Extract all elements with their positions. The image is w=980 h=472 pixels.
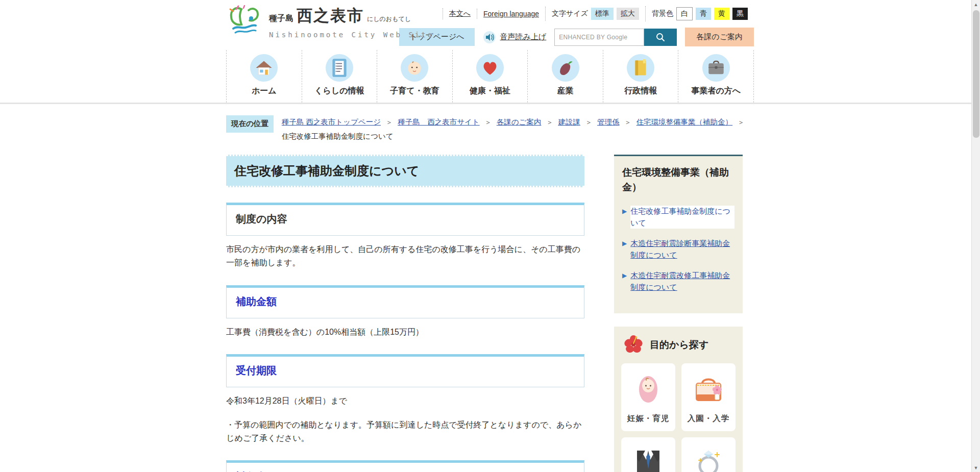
pregnancy-baby-icon (637, 375, 659, 404)
section-overview-paragraph: 市民の方が市内の業者を利用して、自己の所有する住宅の改修工事を行う場合に、その工… (226, 243, 584, 270)
breadcrumb-label: 現在の位置 (226, 115, 274, 133)
breadcrumb-link-departments[interactable]: 各課のご案内 (497, 118, 542, 126)
speaker-icon (483, 31, 496, 44)
nav-item-industry[interactable]: 産業 (527, 50, 603, 103)
site-search (554, 29, 677, 46)
foreign-language-link[interactable]: Foreign language (483, 10, 539, 18)
skip-to-content-link[interactable]: 本文へ (449, 9, 471, 18)
bg-blue-button[interactable]: 青 (696, 8, 711, 20)
breadcrumb-separator: ＞ (585, 118, 592, 126)
background-color-label: 背景色 (652, 9, 673, 18)
breadcrumb-separator: ＞ (625, 118, 631, 126)
section-heading-deadline: 受付期限 (236, 364, 575, 378)
ring-icon (694, 449, 723, 472)
baby-icon (406, 59, 423, 77)
global-nav: ホーム くらしの情報 子育て・教育 健康 (0, 50, 980, 104)
site-logo-mark-icon (226, 5, 264, 38)
search-by-purpose-title: 目的から探す (650, 338, 708, 352)
section-overview: 制度の内容 (226, 203, 584, 236)
search-button[interactable] (644, 29, 677, 46)
search-icon (656, 33, 665, 42)
purpose-card-employment[interactable]: 就職・退職 (621, 437, 675, 472)
arrow-right-icon: ▶ (622, 206, 627, 229)
nav-item-government-info[interactable]: 行政情報 (603, 50, 678, 103)
text-to-speech-link[interactable]: 音声読み上げ (483, 31, 547, 44)
breadcrumb-link-housing-program[interactable]: 住宅環境整備事業（補助金） (636, 118, 733, 126)
section-heading-overview: 制度の内容 (236, 212, 575, 226)
breadcrumb-separator: ＞ (386, 118, 393, 126)
purpose-card-school[interactable]: 入園・入学 (681, 363, 736, 431)
document-icon (331, 58, 348, 78)
breadcrumb-separator: ＞ (546, 118, 553, 126)
font-size-large-button[interactable]: 拡大 (617, 8, 639, 20)
main-content: 住宅改修工事補助金制度について 制度の内容 市民の方が市内の業者を利用して、自己… (226, 155, 584, 472)
search-input[interactable] (554, 29, 644, 46)
nav-item-childcare-education[interactable]: 子育て・教育 (377, 50, 452, 103)
site-region: 種子島 (269, 13, 293, 24)
home-icon (255, 59, 273, 77)
sweet-potato-icon (557, 59, 574, 77)
section-deadline: 受付期限 (226, 354, 584, 387)
site-city-name: 西之表市 (297, 5, 364, 27)
breadcrumb-link-management[interactable]: 管理係 (597, 118, 620, 126)
department-guide-button[interactable]: 各課のご案内 (685, 28, 754, 46)
section-heading-subsidy-amount: 補助金額 (236, 295, 575, 309)
related-pages-title: 住宅環境整備事業（補助金） (622, 165, 734, 194)
bg-yellow-button[interactable]: 黄 (714, 8, 729, 20)
site-subtitle: Nishinoomote City Web Site (269, 31, 434, 39)
breadcrumb-current: 住宅改修工事補助金制度について (282, 132, 394, 140)
deadline-paragraph: 令和3年12月28日（火曜日）まで (226, 394, 584, 408)
heart-icon (481, 60, 499, 76)
breadcrumb-separator: ＞ (485, 118, 492, 126)
section-subsidy-amount: 補助金額 (226, 285, 584, 318)
scrollbar-up-arrow[interactable]: ▲ (972, 0, 980, 9)
site-logo[interactable]: 種子島 西之表市 にしのおもてし Nishinoomote City Web S… (226, 5, 434, 39)
site-logo-text: 種子島 西之表市 にしのおもてし Nishinoomote City Web S… (269, 5, 434, 39)
school-bag-icon (693, 375, 724, 404)
site-city-kana: にしのおもてし (367, 15, 411, 23)
breadcrumb-link-top[interactable]: 種子島 西之表市トップページ (282, 118, 381, 126)
sidebar: 住宅環境整備事業（補助金） ▶ 住宅改修工事補助金制度について ▶ 木造住宅耐震… (614, 155, 743, 472)
site-header: 種子島 西之表市 にしのおもてし Nishinoomote City Web S… (226, 0, 754, 49)
purpose-card-marriage[interactable]: 結婚・離婚 (681, 437, 736, 472)
arrow-right-icon: ▶ (622, 238, 627, 261)
scrollbar-thumb[interactable] (973, 10, 979, 138)
font-size-standard-button[interactable]: 標準 (591, 8, 614, 20)
subsidy-amount-paragraph: 工事費（消費税を含む）の10%相当額（上限15万円） (226, 326, 584, 339)
breadcrumb-link-site[interactable]: 種子島 西之表市サイト (398, 118, 480, 126)
section-heading-eligibility: 対象者 (236, 470, 575, 472)
nav-item-living-info[interactable]: くらしの情報 (302, 50, 377, 103)
hibiscus-icon (623, 335, 644, 355)
related-pages-box: 住宅環境整備事業（補助金） ▶ 住宅改修工事補助金制度について ▶ 木造住宅耐震… (614, 155, 743, 313)
search-by-purpose-box: 目的から探す 妊娠・育児 (614, 327, 743, 472)
scrollbar-down-arrow[interactable]: ▼ (972, 463, 980, 472)
arrow-right-icon: ▶ (622, 270, 627, 293)
bg-black-button[interactable]: 黒 (732, 8, 748, 20)
breadcrumb-link-construction[interactable]: 建設課 (558, 118, 580, 126)
scrollbar[interactable]: ▲ ▼ (971, 0, 980, 472)
nav-item-home[interactable]: ホーム (226, 50, 302, 103)
breadcrumb-separator: ＞ (738, 118, 744, 126)
related-link-renovation[interactable]: ▶ 住宅改修工事補助金制度について (622, 206, 734, 229)
suit-icon (634, 449, 663, 472)
related-link-seismic-retrofit[interactable]: ▶ 木造住宅耐震改修工事補助金制度について (622, 270, 734, 293)
font-size-label: 文字サイズ (552, 9, 588, 18)
briefcase-icon (707, 60, 725, 76)
nav-item-health-welfare[interactable]: 健康・福祉 (452, 50, 528, 103)
bg-white-button[interactable]: 白 (676, 7, 693, 20)
nav-item-business[interactable]: 事業者の方へ (678, 50, 754, 103)
book-icon (633, 59, 648, 77)
text-to-speech-label: 音声読み上げ (500, 32, 547, 42)
purpose-card-pregnancy[interactable]: 妊娠・育児 (621, 363, 675, 431)
deadline-note-paragraph: ・予算の範囲内での補助となります。予算額に到達した時点で受付終了となりますので、… (226, 418, 584, 445)
page-title: 住宅改修工事補助金制度について (226, 155, 584, 187)
related-link-seismic-diagnosis[interactable]: ▶ 木造住宅耐震診断事業補助金制度について (622, 238, 734, 261)
section-eligibility: 対象者 (226, 460, 584, 472)
breadcrumb: 現在の位置 種子島 西之表市トップページ ＞ 種子島 西之表市サイト ＞ 各課の… (226, 115, 754, 143)
